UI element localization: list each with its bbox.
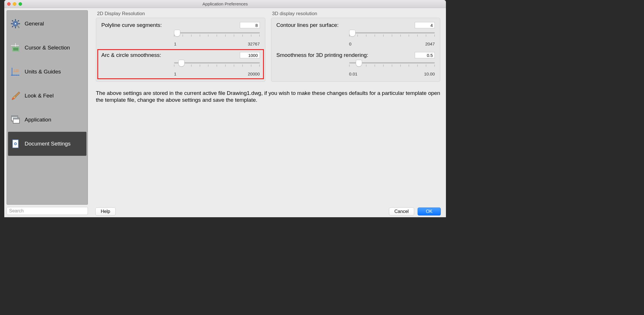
sidebar-item-label: Cursor & Selection	[25, 45, 70, 51]
3d-printing-smoothness-input[interactable]	[415, 52, 435, 58]
svg-line-9	[12, 26, 13, 27]
arc-smoothness-input[interactable]	[240, 52, 260, 58]
panel-title: 2D Display Resolution	[96, 11, 265, 17]
polyline-segments-slider[interactable]	[174, 31, 260, 41]
document-icon	[10, 139, 21, 149]
contour-lines-input[interactable]	[415, 22, 435, 28]
panel-2d-display: 2D Display Resolution Polyline curve seg…	[96, 11, 265, 82]
setting-3d-printing-smoothness: Smoothness for 3D printing rendering:	[271, 49, 440, 79]
svg-point-29	[15, 143, 16, 144]
window-body: General Cursor & Selection 1.00 Units & …	[4, 8, 446, 217]
settings-note: The above settings are stored in the cur…	[96, 90, 440, 103]
application-windows-icon	[10, 115, 21, 125]
polyline-segments-input[interactable]	[240, 22, 260, 28]
sidebar-item-look-feel[interactable]: Look & Feel	[7, 84, 88, 108]
preferences-window: Application Preferences General Cursor &…	[4, 0, 446, 217]
setting-label: Smoothness for 3D printing rendering:	[276, 52, 368, 58]
gear-icon	[10, 19, 21, 29]
slider-min: 0.01	[349, 71, 357, 76]
sidebar-item-label: Units & Guides	[25, 69, 61, 75]
window-title: Application Preferences	[4, 1, 446, 6]
cancel-button[interactable]: Cancel	[389, 208, 414, 216]
panel-body: Contour lines per surface:	[271, 18, 440, 82]
search-input[interactable]	[7, 207, 88, 215]
contour-lines-slider[interactable]	[349, 31, 435, 41]
setting-contour-lines: Contour lines per surface:	[271, 19, 440, 49]
titlebar: Application Preferences	[4, 0, 446, 8]
sidebar: General Cursor & Selection 1.00 Units & …	[7, 10, 88, 205]
sidebar-item-document-settings[interactable]: Document Settings	[8, 132, 86, 156]
svg-line-6	[12, 20, 13, 21]
cursor-selection-icon	[10, 43, 21, 53]
setting-polyline-curve-segments: Polyline curve segments: 1	[96, 19, 265, 49]
sidebar-item-label: Document Settings	[25, 141, 71, 147]
slider-max: 10.00	[424, 71, 435, 76]
svg-text:1.00: 1.00	[14, 69, 19, 72]
svg-point-22	[12, 98, 14, 99]
svg-rect-26	[13, 118, 19, 119]
main-panel: 2D Display Resolution Polyline curve seg…	[90, 8, 446, 217]
sidebar-item-units-guides[interactable]: 1.00 Units & Guides	[7, 60, 88, 84]
panel-title: 3D display resolution	[271, 11, 440, 17]
setting-label: Polyline curve segments:	[101, 22, 162, 28]
svg-rect-24	[11, 116, 18, 117]
slider-max: 20000	[248, 71, 260, 76]
help-button[interactable]: Help	[95, 208, 116, 216]
arc-smoothness-slider[interactable]	[174, 61, 260, 71]
sidebar-item-label: General	[25, 21, 44, 27]
setting-label: Contour lines per surface:	[276, 22, 339, 28]
search-wrap	[7, 207, 88, 215]
slider-min: 1	[174, 71, 176, 76]
units-guides-icon: 1.00	[10, 67, 21, 77]
slider-max: 32767	[248, 41, 260, 46]
3d-printing-smoothness-slider[interactable]	[349, 61, 435, 71]
panel-3d-display: 3D display resolution Contour lines per …	[271, 11, 440, 82]
panel-body: Polyline curve segments: 1	[96, 18, 265, 82]
paintbrush-icon	[10, 91, 21, 101]
ok-button[interactable]: OK	[418, 208, 441, 216]
sidebar-item-application[interactable]: Application	[7, 108, 88, 132]
sidebar-item-general[interactable]: General	[7, 12, 88, 36]
setting-label: Arc & circle smoothness:	[101, 52, 161, 58]
sidebar-item-label: Application	[25, 117, 51, 123]
sidebar-column: General Cursor & Selection 1.00 Units & …	[4, 8, 90, 217]
slider-max: 2047	[425, 41, 435, 46]
svg-line-8	[18, 20, 19, 21]
svg-rect-14	[13, 48, 18, 51]
slider-min: 1	[174, 41, 176, 46]
footer: Help Cancel OK	[90, 208, 446, 216]
slider-min: 0	[349, 41, 351, 46]
sidebar-item-cursor-selection[interactable]: Cursor & Selection	[7, 36, 88, 60]
setting-arc-circle-smoothness: Arc & circle smoothness: 1	[97, 49, 264, 79]
svg-point-1	[15, 23, 17, 25]
sidebar-item-label: Look & Feel	[25, 93, 54, 99]
